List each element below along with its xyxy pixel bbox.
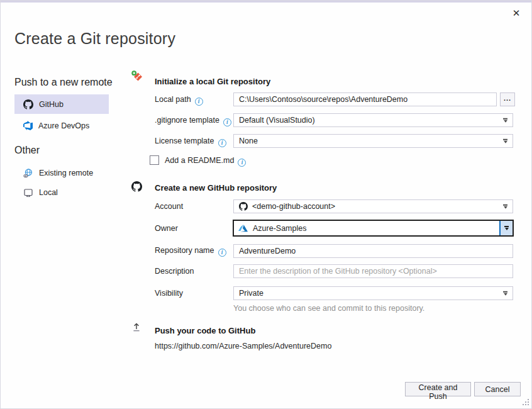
info-icon[interactable]: i	[223, 118, 231, 126]
window-top-border	[1, 1, 531, 3]
owner-dropdown[interactable]: Azure-Samples	[233, 220, 514, 237]
account-value: <demo-github-account>	[252, 202, 335, 211]
sidebar-heading-push-remote: Push to a new remote	[14, 77, 113, 88]
github-icon	[239, 202, 248, 211]
readme-label: Add a README.mdi	[165, 156, 246, 167]
visibility-dropdown[interactable]: Private	[233, 286, 513, 300]
section-heading-push-code: Push your code to GitHub	[155, 326, 255, 335]
repository-url: https://github.com/Azure-Samples/Adventu…	[155, 342, 331, 350]
gitignore-template-dropdown[interactable]: Default (VisualStudio)	[233, 113, 513, 127]
gitignore-template-label: .gitignore templatei	[155, 116, 231, 126]
info-icon[interactable]: i	[195, 98, 203, 106]
description-label: Description	[155, 267, 194, 276]
readme-checkbox[interactable]	[150, 155, 159, 165]
azure-icon	[238, 223, 248, 233]
resize-grip[interactable]	[522, 399, 529, 406]
owner-dropdown-button[interactable]	[499, 221, 513, 235]
chevron-down-icon	[503, 139, 507, 143]
visibility-help-text: You choose who can see and commit to thi…	[233, 304, 424, 313]
sidebar-item-label: Azure DevOps	[38, 121, 89, 130]
local-path-input[interactable]	[233, 92, 497, 106]
info-icon[interactable]: i	[218, 249, 226, 257]
sidebar-item-existing-remote[interactable]: Existing remote	[14, 164, 109, 182]
account-label: Account	[155, 202, 183, 211]
chevron-down-icon	[503, 204, 507, 209]
license-template-value: None	[239, 137, 258, 145]
description-input[interactable]	[233, 264, 513, 278]
github-icon	[23, 99, 33, 109]
azure-devops-icon	[23, 121, 33, 130]
sidebar-item-local[interactable]: Local	[14, 183, 109, 201]
section-heading-init-local: Initialize a local Git repository	[155, 77, 270, 86]
account-dropdown[interactable]: <demo-github-account>	[233, 199, 513, 213]
sidebar-item-azure-devops[interactable]: Azure DevOps	[14, 116, 109, 135]
computer-icon	[23, 188, 33, 198]
sidebar-item-label: GitHub	[39, 100, 64, 109]
sidebar-item-label: Existing remote	[39, 169, 93, 177]
create-and-push-button[interactable]: Create and Push	[405, 382, 471, 396]
repository-name-input[interactable]	[233, 244, 513, 258]
sidebar-item-label: Local	[39, 188, 58, 197]
sidebar-item-github[interactable]: GitHub	[14, 94, 109, 114]
cancel-button[interactable]: Cancel	[474, 382, 521, 396]
section-heading-create-github: Create a new GitHub repository	[155, 183, 277, 193]
upload-icon	[131, 322, 141, 335]
owner-label: Owner	[155, 224, 178, 233]
owner-value: Azure-Samples	[253, 224, 306, 233]
repository-name-label: Repository namei	[155, 246, 226, 257]
git-init-icon	[131, 70, 143, 85]
gitignore-template-value: Default (VisualStudio)	[239, 116, 315, 125]
sidebar-heading-other: Other	[14, 145, 40, 156]
local-path-label: Local pathi	[155, 95, 203, 106]
close-icon[interactable]: ✕	[509, 6, 523, 20]
visibility-value: Private	[239, 289, 263, 298]
license-template-dropdown[interactable]: None	[233, 134, 513, 148]
info-icon[interactable]: i	[238, 159, 246, 167]
globe-remote-icon	[23, 168, 33, 178]
visibility-label: Visibility	[155, 289, 183, 298]
dialog-title: Create a Git repository	[14, 30, 175, 48]
github-section-icon	[131, 181, 142, 194]
license-template-label: License templatei	[155, 137, 226, 147]
create-git-repo-dialog: ✕ Create a Git repository Push to a new …	[0, 0, 532, 409]
browse-button[interactable]: ...	[500, 92, 515, 106]
chevron-down-icon	[503, 118, 507, 123]
info-icon[interactable]: i	[218, 139, 226, 147]
chevron-down-icon	[503, 291, 507, 296]
